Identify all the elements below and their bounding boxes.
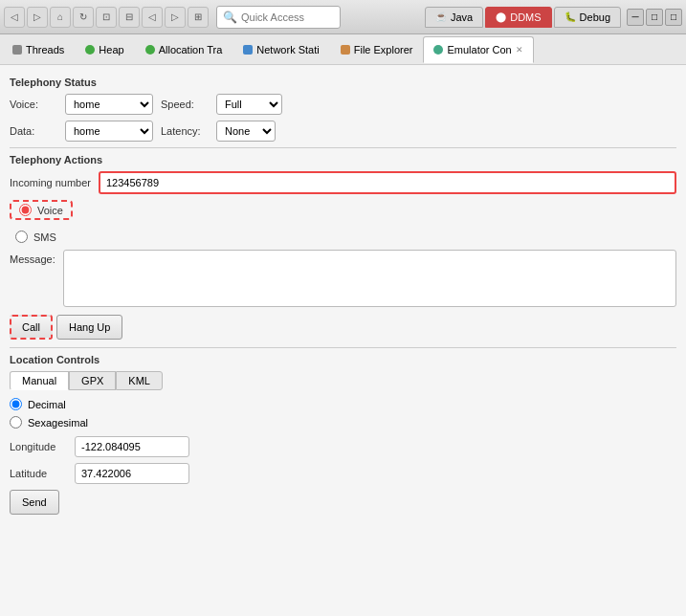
- sms-radio[interactable]: [15, 231, 28, 243]
- emulator-icon: [433, 45, 443, 55]
- network-icon: [243, 45, 253, 55]
- speed-label: Speed:: [161, 99, 209, 110]
- tab-threads[interactable]: Threads: [2, 36, 75, 63]
- decimal-radio-row: Decimal: [10, 398, 676, 410]
- threads-icon: [12, 45, 22, 55]
- debug-tab[interactable]: 🐛 Debug: [554, 7, 621, 28]
- maximize-button[interactable]: □: [665, 9, 682, 26]
- back-button[interactable]: ◁: [4, 7, 25, 28]
- extra-button[interactable]: ⊞: [188, 7, 209, 28]
- forward-button[interactable]: ▷: [27, 7, 48, 28]
- search-box[interactable]: 🔍: [216, 6, 341, 29]
- next-button[interactable]: ▷: [165, 7, 186, 28]
- latitude-row: Latitude: [10, 463, 676, 484]
- voice-radio[interactable]: [19, 204, 32, 216]
- print-button[interactable]: ⊟: [119, 7, 140, 28]
- latency-label: Latency:: [161, 125, 209, 137]
- tab-file-explorer[interactable]: File Explorer: [330, 36, 424, 63]
- message-textarea[interactable]: [63, 250, 676, 307]
- java-tab[interactable]: ☕ Java: [425, 7, 483, 28]
- longitude-row: Longitude: [10, 436, 676, 457]
- tab-kml[interactable]: KML: [116, 371, 163, 390]
- title-tab-group: ☕ Java ⬤ DDMS 🐛 Debug ─ □ □: [425, 7, 682, 28]
- decimal-radio[interactable]: [10, 398, 22, 410]
- ddms-tab[interactable]: ⬤ DDMS: [485, 7, 551, 28]
- telephony-status-label: Telephony Status: [10, 77, 676, 88]
- tab-file-label: File Explorer: [354, 44, 413, 55]
- sexagesimal-label[interactable]: Sexagesimal: [10, 416, 676, 429]
- window-controls: ─ □ □: [627, 9, 682, 26]
- toolbar: ◁ ▷ ⌂ ↻ ⊡ ⊟ ◁ ▷ ⊞: [4, 7, 209, 28]
- location-tab-row: Manual GPX KML: [10, 371, 676, 390]
- voice-select[interactable]: home roaming unregistered: [65, 94, 153, 115]
- home-button[interactable]: ⌂: [50, 7, 71, 28]
- sexagesimal-radio-row: Sexagesimal: [10, 416, 676, 429]
- tab-manual[interactable]: Manual: [10, 371, 69, 390]
- call-button[interactable]: Call: [10, 315, 53, 340]
- java-icon: ☕: [435, 11, 447, 22]
- tab-row: Threads Heap Allocation Tra Network Stat…: [0, 34, 686, 65]
- send-button[interactable]: Send: [10, 490, 59, 515]
- voice-row: Voice: home roaming unregistered Speed: …: [10, 94, 676, 115]
- tab-close-icon[interactable]: ✕: [516, 45, 523, 55]
- hangup-button[interactable]: Hang Up: [56, 315, 122, 340]
- heap-icon: [85, 45, 95, 55]
- latency-select[interactable]: None GPRS EDGE UMTS: [216, 121, 276, 142]
- location-label: Location Controls: [10, 354, 676, 365]
- tab-allocation[interactable]: Allocation Tra: [135, 36, 233, 63]
- call-button-row: Call Hang Up: [10, 315, 676, 340]
- decimal-text: Decimal: [28, 399, 66, 410]
- tab-emulator-label: Emulator Con: [447, 44, 511, 55]
- refresh-button[interactable]: ↻: [73, 7, 94, 28]
- data-select[interactable]: home roaming unregistered: [65, 121, 153, 142]
- stop-button[interactable]: ⊡: [96, 7, 117, 28]
- incoming-input[interactable]: [99, 171, 676, 194]
- divider-1: [10, 147, 676, 148]
- tab-gpx[interactable]: GPX: [69, 371, 116, 390]
- voice-label: Voice:: [10, 99, 57, 110]
- message-label: Message:: [10, 250, 55, 265]
- restore-button[interactable]: □: [646, 9, 663, 26]
- sms-radio-text: SMS: [33, 231, 56, 243]
- voice-radio-row: Voice: [10, 200, 676, 224]
- ddms-icon: ⬤: [496, 11, 506, 22]
- search-icon: 🔍: [223, 11, 237, 24]
- data-label: Data:: [10, 125, 57, 137]
- latitude-input[interactable]: [75, 463, 189, 484]
- decimal-label[interactable]: Decimal: [10, 398, 676, 410]
- sexagesimal-radio[interactable]: [10, 416, 22, 429]
- allocation-icon: [145, 45, 155, 55]
- message-row: Message:: [10, 250, 676, 307]
- title-bar: ◁ ▷ ⌂ ↻ ⊡ ⊟ ◁ ▷ ⊞ 🔍 ☕ Java ⬤ DDMS 🐛 Debu…: [0, 0, 686, 34]
- java-tab-label: Java: [451, 11, 473, 23]
- tab-heap[interactable]: Heap: [75, 36, 134, 63]
- longitude-label: Longitude: [10, 441, 67, 452]
- speed-select[interactable]: Full GSM HSCSD GPRS EDGE UMTS: [216, 94, 282, 115]
- location-section: Location Controls Manual GPX KML Decimal…: [10, 354, 676, 515]
- search-input[interactable]: [241, 11, 334, 23]
- voice-radio-text: Voice: [37, 205, 63, 216]
- voice-radio-label[interactable]: Voice: [10, 200, 73, 220]
- tab-heap-label: Heap: [99, 44, 123, 55]
- ddms-tab-label: DDMS: [510, 11, 541, 23]
- tab-allocation-label: Allocation Tra: [159, 44, 223, 55]
- tab-threads-label: Threads: [26, 44, 64, 55]
- sexagesimal-text: Sexagesimal: [28, 417, 88, 429]
- prev-button[interactable]: ◁: [142, 7, 163, 28]
- longitude-input[interactable]: [75, 436, 189, 457]
- debug-icon: 🐛: [564, 11, 576, 22]
- telephony-actions-label: Telephony Actions: [10, 154, 676, 165]
- incoming-row: Incoming number: [10, 171, 676, 194]
- latitude-label: Latitude: [10, 468, 67, 479]
- sms-radio-row: SMS: [10, 228, 676, 246]
- main-content: Telephony Status Voice: home roaming unr…: [0, 65, 686, 616]
- divider-2: [10, 347, 676, 348]
- tab-network-label: Network Stati: [256, 44, 319, 55]
- tab-emulator[interactable]: Emulator Con ✕: [423, 36, 533, 63]
- tab-network[interactable]: Network Stati: [232, 36, 329, 63]
- send-row: Send: [10, 490, 676, 515]
- minimize-button[interactable]: ─: [627, 9, 644, 26]
- file-icon: [341, 45, 350, 55]
- data-row: Data: home roaming unregistered Latency:…: [10, 121, 676, 142]
- debug-tab-label: Debug: [580, 11, 610, 23]
